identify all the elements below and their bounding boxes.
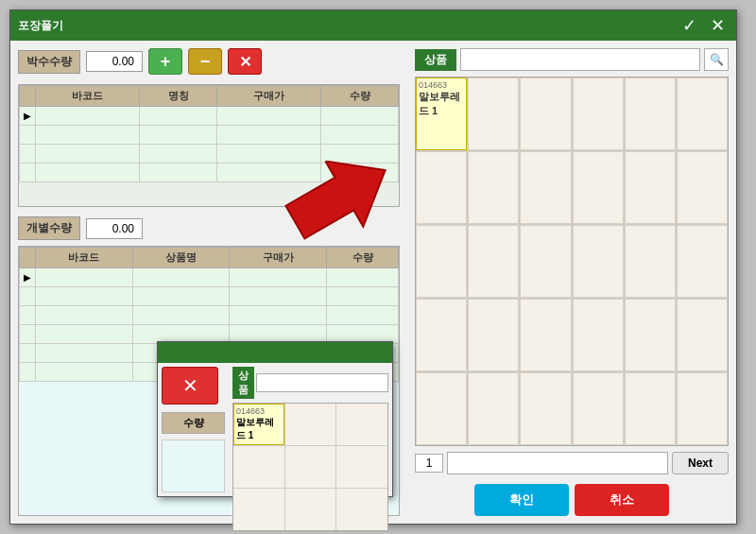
lower-cell-barcode-6[interactable] (36, 363, 133, 382)
product-cell-10[interactable] (625, 151, 676, 224)
action-row: 확인 취소 (415, 484, 729, 516)
lower-cell-price-2[interactable] (230, 287, 327, 306)
popup-close-button[interactable]: ✕ (162, 367, 218, 405)
page-box (447, 452, 668, 474)
add-button[interactable]: + (148, 48, 182, 75)
product-cell-26[interactable] (520, 372, 571, 445)
next-button[interactable]: Next (672, 452, 729, 474)
popup-col-header: 수량 (162, 412, 225, 434)
lower-cell-qty-3[interactable] (327, 306, 399, 325)
product-cell-8[interactable] (520, 151, 571, 224)
popup-cell-7[interactable] (285, 489, 336, 530)
product-cell-16[interactable] (625, 225, 676, 298)
cancel-button[interactable]: 취소 (575, 484, 669, 516)
product-cell-17[interactable] (677, 225, 728, 298)
confirm-title-button[interactable]: ✓ (678, 14, 700, 37)
lower-cell-price-3[interactable] (230, 306, 327, 325)
popup-cell-5[interactable] (336, 446, 387, 488)
upper-cell-barcode-2[interactable] (36, 126, 140, 145)
lower-cell-barcode-3[interactable] (36, 306, 133, 325)
lower-cell-barcode[interactable] (36, 268, 133, 287)
product-cell-12[interactable] (416, 225, 467, 298)
lower-table-row-2[interactable] (20, 287, 399, 306)
lower-row-indicator-2 (20, 287, 36, 306)
lower-cell-barcode-4[interactable] (36, 325, 133, 344)
upper-cell-name-3[interactable] (140, 145, 217, 164)
lower-table-row-1[interactable]: ▶ (20, 268, 399, 287)
close-title-button[interactable]: ✕ (706, 14, 729, 37)
lower-cell-name[interactable] (132, 268, 230, 287)
product-cell-0[interactable]: 014663말보루레드 1 (416, 78, 467, 150)
upper-cell-price-2[interactable] (216, 126, 320, 145)
product-cell-14[interactable] (520, 225, 571, 298)
popup-cell-6[interactable] (233, 489, 284, 530)
page-number-input[interactable] (415, 454, 443, 473)
upper-table-row-3[interactable] (20, 145, 399, 164)
lower-cell-name-2[interactable] (132, 287, 230, 306)
search-button[interactable]: 🔍 (704, 48, 729, 71)
product-cell-3[interactable] (573, 78, 624, 150)
product-cell-24[interactable] (416, 372, 467, 445)
search-input[interactable] (460, 48, 700, 71)
product-cell-25[interactable] (468, 372, 519, 445)
window-title: 포장풀기 (18, 18, 63, 34)
product-cell-15[interactable] (573, 225, 624, 298)
upper-table-row-1[interactable]: ▶ (20, 107, 399, 126)
lower-cell-price[interactable] (230, 268, 327, 287)
product-cell-19[interactable] (468, 299, 519, 371)
product-cell-5[interactable] (677, 78, 728, 150)
upper-cell-name-4[interactable] (140, 164, 217, 182)
upper-cell-qty-2[interactable] (321, 126, 399, 145)
lower-table-row-3[interactable] (20, 306, 399, 325)
upper-cell-barcode-4[interactable] (36, 164, 140, 182)
product-cell-4[interactable] (625, 78, 676, 150)
confirm-button[interactable]: 확인 (474, 484, 569, 516)
upper-table-row-4[interactable] (20, 164, 399, 182)
popup-cell-3[interactable] (233, 446, 284, 488)
popup-cell-4[interactable] (285, 446, 336, 488)
minus-button[interactable]: − (188, 48, 222, 75)
upper-cell-name[interactable] (140, 107, 217, 126)
product-cell-21[interactable] (573, 299, 624, 371)
lower-cell-name-3[interactable] (132, 306, 230, 325)
product-cell-13[interactable] (468, 225, 519, 298)
popup-cell-1[interactable] (285, 404, 336, 445)
popup-cell-8[interactable] (336, 489, 387, 530)
upper-cell-price-3[interactable] (216, 145, 320, 164)
product-cell-22[interactable] (625, 299, 676, 371)
product-cell-9[interactable] (573, 151, 624, 224)
main-window: 포장풀기 ✓ ✕ 박수수량 0.00 + − ✕ (9, 9, 737, 525)
search-icon: 🔍 (710, 53, 724, 66)
lower-cell-qty[interactable] (327, 268, 399, 287)
popup-cell-id: 014663 (236, 406, 282, 416)
close-red-button[interactable]: ✕ (228, 48, 262, 75)
product-cell-6[interactable] (416, 151, 467, 224)
upper-cell-qty-4[interactable] (321, 164, 399, 182)
product-cell-7[interactable] (468, 151, 519, 224)
upper-cell-qty-3[interactable] (321, 145, 399, 164)
upper-table-row-2[interactable] (20, 126, 399, 145)
popup-cell-2[interactable] (336, 404, 387, 445)
product-cell-27[interactable] (573, 372, 624, 445)
product-cell-20[interactable] (520, 299, 571, 371)
product-cell-18[interactable] (416, 299, 467, 371)
upper-cell-qty[interactable] (321, 107, 399, 126)
product-cell-1[interactable] (468, 78, 519, 150)
upper-cell-price[interactable] (216, 107, 320, 126)
product-cell-23[interactable] (677, 299, 728, 371)
upper-cell-barcode[interactable] (36, 107, 140, 126)
lower-cell-barcode-2[interactable] (36, 287, 133, 306)
lower-cell-barcode-5[interactable] (36, 344, 133, 363)
product-cell-2[interactable] (520, 78, 571, 150)
upper-cell-barcode-3[interactable] (36, 145, 140, 164)
upper-col-price: 구매가 (216, 86, 320, 107)
product-cell-11[interactable] (677, 151, 728, 224)
popup-cell-0[interactable]: 014663말보루레드 1 (233, 404, 284, 445)
popup-search-input[interactable] (256, 373, 388, 392)
product-cell-28[interactable] (625, 372, 676, 445)
popup-cell-name: 말보루레드 1 (236, 416, 282, 442)
lower-cell-qty-2[interactable] (327, 287, 399, 306)
upper-cell-price-4[interactable] (216, 164, 320, 182)
upper-cell-name-2[interactable] (140, 126, 217, 145)
product-cell-29[interactable] (677, 372, 728, 445)
